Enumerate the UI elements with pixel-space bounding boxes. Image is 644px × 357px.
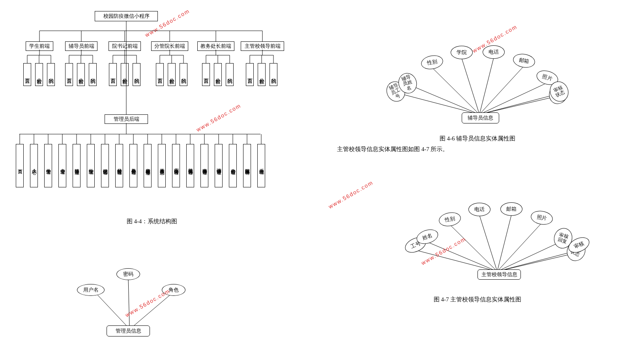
svg-line-63 bbox=[410, 85, 479, 114]
svg-line-72 bbox=[427, 242, 497, 271]
fe-1: 辅导员前端 bbox=[65, 41, 97, 51]
svg-line-75 bbox=[497, 214, 511, 271]
admin-child: 假期去向管理 bbox=[172, 144, 180, 187]
admin-node: 管理员后端 bbox=[105, 114, 148, 124]
admin-child: 个人中心 bbox=[30, 144, 38, 187]
c-3-1: 公告栏 bbox=[168, 63, 176, 86]
svg-line-59 bbox=[95, 292, 126, 325]
entity-center: 辅导员信息 bbox=[462, 112, 499, 123]
svg-line-73 bbox=[450, 224, 497, 271]
svg-line-76 bbox=[497, 223, 542, 271]
c-0-2: 我的 bbox=[47, 63, 55, 86]
c-5-1: 公告栏 bbox=[258, 63, 266, 86]
admin-child: 首页 bbox=[16, 144, 24, 187]
c-4-0: 首页 bbox=[202, 63, 210, 86]
attr-ellipse: 密码 bbox=[116, 268, 140, 280]
attr-ellipse: 邮箱 bbox=[500, 202, 522, 216]
svg-line-68 bbox=[479, 83, 547, 114]
svg-line-78 bbox=[497, 252, 578, 271]
admin-child: 辅导员管理 bbox=[73, 144, 80, 187]
c-0-0: 首页 bbox=[23, 63, 31, 86]
c-5-2: 我的 bbox=[270, 63, 277, 86]
tree-caption: 图 4-4：系统结构图 bbox=[8, 218, 296, 225]
admin-child: 获奖情况管理 bbox=[186, 144, 194, 187]
attr-ellipse: 邮箱 bbox=[512, 52, 536, 69]
svg-line-61 bbox=[134, 292, 174, 325]
admin-child: 学院管理 bbox=[87, 144, 95, 187]
fe-3: 分管院长前端 bbox=[151, 41, 188, 51]
admin-child: 院部离校申请 bbox=[243, 144, 251, 187]
svg-line-62 bbox=[398, 93, 479, 114]
attr-ellipse: 角色 bbox=[162, 284, 185, 296]
admin-child: 分管院长管理 bbox=[115, 144, 123, 187]
admin-child: 请假申请管理 bbox=[215, 144, 223, 187]
tree-root: 校园防疫微信小程序 bbox=[95, 11, 158, 21]
c-4-2: 我的 bbox=[226, 63, 234, 86]
attr-ellipse: 性别 bbox=[438, 211, 462, 228]
c-2-2: 我的 bbox=[133, 63, 140, 86]
attr-ellipse: 照片 bbox=[530, 209, 554, 226]
c-5-0: 首页 bbox=[246, 63, 254, 86]
c-0-1: 公告栏 bbox=[35, 63, 43, 86]
fe-0: 学生前端 bbox=[26, 41, 53, 51]
attr-ellipse: 性别 bbox=[420, 54, 444, 71]
svg-line-71 bbox=[416, 250, 497, 271]
svg-line-69 bbox=[479, 95, 560, 114]
admin-child: 院书记管理 bbox=[101, 144, 109, 187]
svg-line-60 bbox=[128, 278, 129, 325]
fe-2: 院书记前端 bbox=[109, 41, 141, 51]
admin-child: 专业管理 bbox=[58, 144, 66, 187]
fudao-caption: 图 4-6 辅导员信息实体属性图 bbox=[328, 135, 627, 142]
entity-center: 主管校领导信息 bbox=[477, 269, 521, 280]
admin-child: 学生基本信息 bbox=[158, 144, 166, 187]
fe-4: 教务处长前端 bbox=[197, 41, 234, 51]
admin-child: 系统管理 bbox=[257, 144, 265, 187]
watermark: www.56doc.com bbox=[195, 102, 242, 133]
admin-child: 离校申请管理 bbox=[200, 144, 208, 187]
admin-child: 主管校领导管理 bbox=[144, 144, 152, 187]
c-2-0: 首页 bbox=[109, 63, 117, 86]
ref-text: 主管校领导信息实体属性图如图 4-7 所示。 bbox=[328, 146, 627, 153]
svg-line-64 bbox=[432, 67, 479, 114]
attr-ellipse: 用户名 bbox=[77, 284, 105, 296]
c-4-1: 公告栏 bbox=[214, 63, 222, 86]
c-3-2: 我的 bbox=[180, 63, 187, 86]
attr-ellipse: 电话 bbox=[468, 203, 490, 216]
svg-line-66 bbox=[479, 57, 494, 114]
fe-5: 主管校领导前端 bbox=[241, 41, 284, 51]
attr-ellipse: 学院 bbox=[451, 46, 473, 59]
c-2-1: 公告栏 bbox=[121, 63, 129, 86]
svg-line-77 bbox=[497, 240, 565, 271]
svg-line-67 bbox=[479, 66, 524, 114]
admin-child: 公告栏管理 bbox=[229, 144, 237, 187]
attr-ellipse: 电话 bbox=[483, 45, 505, 59]
c-1-0: 首页 bbox=[65, 63, 73, 86]
svg-line-65 bbox=[462, 58, 479, 114]
entity-center: 管理员信息 bbox=[107, 325, 150, 336]
admin-child: 学生管理 bbox=[44, 144, 52, 187]
c-1-2: 我的 bbox=[89, 63, 97, 86]
c-1-1: 公告栏 bbox=[77, 63, 85, 86]
admin-child: 教务处长管理 bbox=[129, 144, 137, 187]
svg-line-74 bbox=[479, 215, 497, 271]
c-3-0: 首页 bbox=[156, 63, 164, 86]
lead-caption: 图 4-7 主管校领导信息实体属性图 bbox=[328, 296, 627, 303]
